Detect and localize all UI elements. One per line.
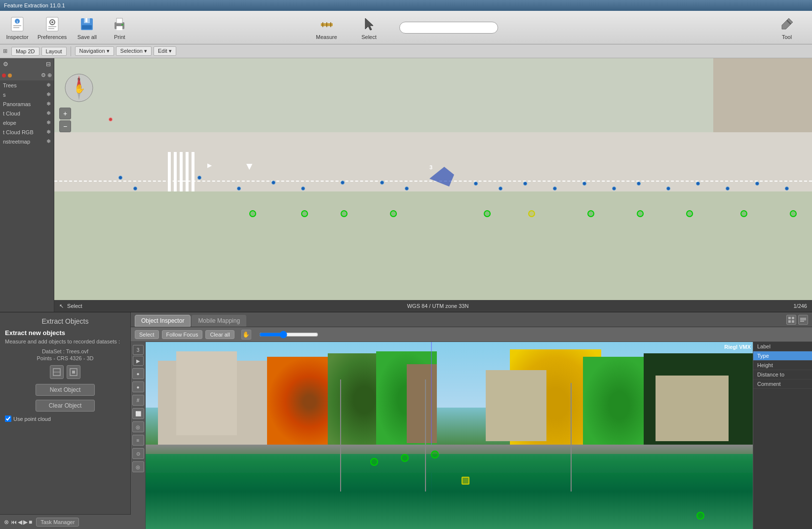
sidebar-item-pointcloud[interactable]: t Cloud ❄	[0, 109, 54, 118]
panel-icon-2[interactable]	[798, 315, 808, 325]
extract-btn-2[interactable]	[67, 365, 80, 379]
dot-11	[755, 182, 759, 186]
toolbar-right: Tool	[774, 15, 807, 40]
pano-tool-4[interactable]: ⬜	[132, 408, 144, 419]
svg-rect-3	[13, 25, 21, 26]
next-object-button[interactable]: Next Object	[36, 384, 95, 396]
green-marker-6	[587, 210, 594, 217]
pano-play-btn[interactable]: ▶	[133, 356, 144, 366]
crosswalk-5	[192, 152, 194, 191]
use-point-cloud-label: Use point cloud	[13, 416, 51, 422]
grass-bottom	[54, 191, 812, 300]
panoramas-icon: ❄	[46, 101, 51, 107]
left-tools: 3 ▶ ● ● # ⬜ ◎ ≡ ⊙ ◎	[131, 342, 146, 529]
panel-icon-1[interactable]	[786, 315, 796, 325]
rgb-label: t Cloud RGB	[3, 129, 34, 135]
panel-tabs: Object Inspector Mobile Mapping	[131, 312, 812, 327]
tab-object-inspector[interactable]: Object Inspector	[135, 315, 191, 327]
pano-tool-3[interactable]: #	[132, 395, 144, 406]
sidebar-item-panoramas[interactable]: Panoramas ❄	[0, 99, 54, 109]
dot-17	[553, 187, 557, 190]
task-bar: ⊗ ⏮ ◀ ▶ ■ Task Manager	[0, 514, 131, 529]
task-next-icon[interactable]: ▶	[23, 519, 28, 526]
left-sidebar: ⚙ ⊟ ⚙ ⊕ Trees ❄ s ❄ Panoramas ❄ t Cloud …	[0, 58, 54, 312]
svg-rect-32	[72, 371, 75, 374]
clear-all-button[interactable]: Clear all	[205, 330, 234, 339]
search-input[interactable]	[399, 22, 498, 34]
extract-panel: Extract Objects Extract new objects Meas…	[0, 312, 131, 529]
prop-label[interactable]: Label	[753, 342, 812, 351]
sidebar-item-s[interactable]: s ❄	[0, 90, 54, 99]
pano-tool-6[interactable]: ≡	[132, 435, 144, 446]
edit-menu[interactable]: Edit ▾	[154, 46, 176, 56]
prop-comment[interactable]: Comment	[753, 379, 812, 389]
pano-tool-2[interactable]: ●	[132, 381, 144, 392]
tools-button[interactable]: Tool	[774, 15, 799, 40]
pano-tool-7[interactable]: ⊙	[132, 448, 144, 459]
selection-menu[interactable]: Selection ▾	[116, 46, 152, 56]
building-right-2	[656, 376, 729, 441]
pano-marker-1	[370, 458, 378, 466]
hand-tool-button[interactable]: ✋	[241, 330, 251, 340]
prop-type[interactable]: Type	[753, 351, 812, 361]
zoom-in-btn[interactable]: +	[59, 108, 71, 119]
pano-image[interactable]: Riegl VMX	[146, 342, 753, 529]
elope-icon: ❄	[46, 119, 51, 126]
inspector-button[interactable]: i Inspector	[5, 15, 30, 40]
navigation-menu[interactable]: Navigation ▾	[75, 46, 114, 56]
dot-3	[271, 181, 275, 185]
layout-button[interactable]: Layout	[41, 47, 67, 56]
prop-distance[interactable]: Distance to	[753, 370, 812, 379]
clear-object-button[interactable]: Clear Object	[36, 400, 95, 412]
map-label-3: 3	[429, 164, 432, 170]
print-button[interactable]: Print	[107, 15, 132, 40]
tree-trunk	[407, 364, 437, 443]
pano-tool-8[interactable]: ◎	[132, 461, 144, 472]
svg-rect-16	[116, 26, 122, 30]
grass-top	[54, 58, 812, 132]
follow-focus-button[interactable]: Follow Focus	[162, 330, 203, 339]
task-stop-icon[interactable]: ⊗	[4, 519, 9, 526]
sidebar-item-streetmap[interactable]: nstreetmap ❄	[0, 137, 54, 146]
dot-8	[582, 182, 586, 186]
zoom-out-btn[interactable]: −	[59, 120, 71, 132]
riegl-vmx-label: Riegl VMX	[724, 344, 751, 350]
sidebar-item-trees[interactable]: Trees ❄	[0, 80, 54, 90]
dataset-label: DataSet : Trees.ovf	[5, 348, 125, 354]
slider-container	[259, 331, 318, 339]
pano-num-badge: 3	[133, 345, 144, 355]
svg-rect-4	[13, 27, 19, 28]
sidebar-settings-icon[interactable]: ⚙	[3, 61, 8, 68]
crosswalk-2	[174, 152, 177, 191]
sidebar-item-elope[interactable]: elope ❄	[0, 118, 54, 127]
measure-button[interactable]: Measure	[314, 15, 339, 40]
extract-subtitle: Extract new objects	[5, 329, 125, 337]
map-2d-button[interactable]: Map 2D	[11, 47, 39, 56]
task-square-icon[interactable]: ■	[29, 519, 32, 526]
task-skip-start-icon[interactable]: ⏮	[11, 519, 17, 526]
svg-rect-38	[800, 319, 806, 320]
streetmap-icon: ❄	[46, 138, 51, 145]
preferences-button[interactable]: Preferences	[38, 15, 67, 40]
extract-btn-1[interactable]	[50, 365, 64, 379]
green-marker-9	[740, 210, 747, 217]
prop-height[interactable]: Height	[753, 361, 812, 370]
svg-rect-8	[48, 26, 56, 27]
pano-tool-5[interactable]: ◎	[132, 421, 144, 432]
map-view: ▶ ▶ 3	[54, 58, 812, 312]
sidebar-item-rgb[interactable]: t Cloud RGB ❄	[0, 127, 54, 137]
tab-mobile-mapping[interactable]: Mobile Mapping	[192, 315, 246, 327]
pano-tool-1[interactable]: ●	[132, 368, 144, 379]
sidebar-collapse-icon[interactable]: ⊟	[46, 61, 51, 68]
task-prev-icon[interactable]: ◀	[18, 519, 22, 526]
use-point-cloud-row: Use point cloud	[5, 416, 125, 422]
use-point-cloud-checkbox[interactable]	[5, 416, 11, 422]
save-all-button[interactable]: Save all	[75, 15, 99, 40]
dot-9	[637, 182, 641, 186]
select-center-button[interactable]: Select	[357, 15, 382, 40]
select-center-label: Select	[361, 34, 377, 40]
panel-slider[interactable]	[259, 331, 318, 339]
select-panel-button[interactable]: Select	[135, 330, 159, 339]
task-manager-button[interactable]: Task Manager	[36, 518, 79, 527]
svg-point-7	[51, 21, 53, 23]
